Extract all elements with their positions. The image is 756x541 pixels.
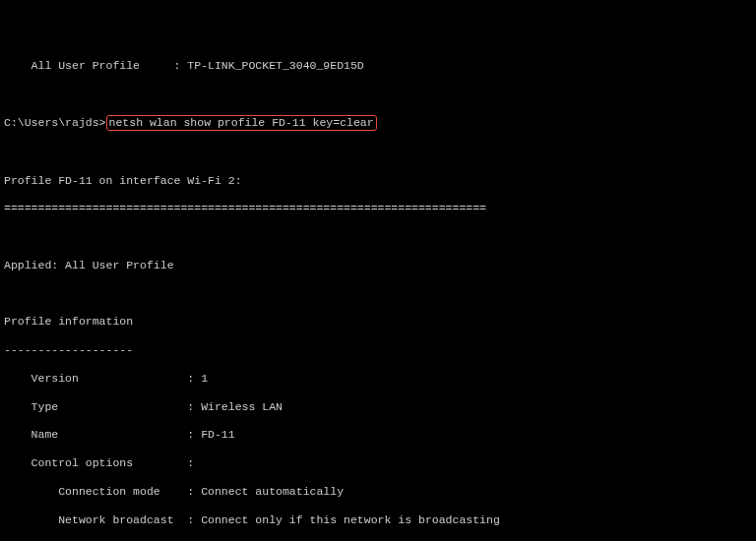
equals-divider: ========================================… [4,202,752,215]
command-highlight: netsh wlan show profile FD-11 key=clear [106,115,377,131]
blank-line [4,87,752,100]
info-row: Name : FD-11 [4,428,752,442]
profile-header: Profile FD-11 on interface Wi-Fi 2: [4,174,752,188]
info-row: Type : Wireless LAN [4,400,752,414]
info-row: Control options : [4,456,752,470]
prev-profile-line: All User Profile : TP-LINK_POCKET_3040_9… [4,59,752,73]
applied-line: Applied: All User Profile [4,259,752,272]
section-dashes: ------------------- [4,343,752,357]
info-row: Network broadcast : Connect only if this… [4,513,752,527]
info-row: Connection mode : Connect automatically [4,485,752,499]
info-row: Version : 1 [4,372,752,386]
blank-line [4,287,752,301]
command-text[interactable]: netsh wlan show profile FD-11 key=clear [109,116,374,129]
command-line: C:\Users\rajds>netsh wlan show profile F… [4,115,752,131]
blank-line [4,230,752,244]
profile-info-title: Profile information [4,315,752,329]
blank-line [4,146,752,159]
prompt: C:\Users\rajds> [4,116,106,129]
